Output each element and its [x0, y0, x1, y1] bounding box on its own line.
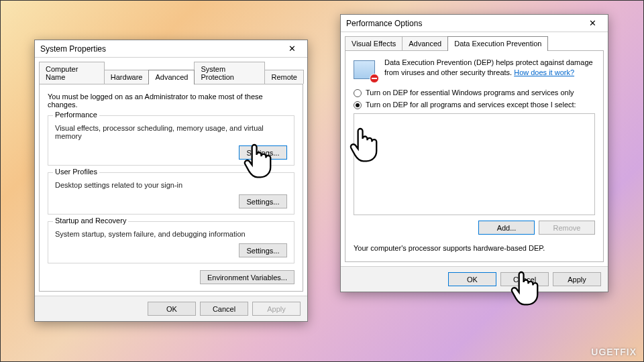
- dep-exception-list[interactable]: [354, 113, 595, 215]
- startup-recovery-settings-button[interactable]: Settings...: [239, 243, 287, 257]
- group-legend: Performance: [53, 111, 99, 119]
- admin-intro-text: You must be logged on as an Administrato…: [48, 93, 294, 109]
- tabstrip: Computer Name Hardware Advanced System P…: [35, 58, 307, 84]
- dep-radio-essential[interactable]: Turn on DEP for essential Windows progra…: [354, 88, 595, 97]
- dep-radio-all[interactable]: Turn on DEP for all programs and service…: [354, 101, 595, 109]
- apply-button[interactable]: Apply: [252, 302, 301, 316]
- dep-shield-icon: [354, 58, 378, 82]
- remove-button[interactable]: Remove: [539, 221, 595, 235]
- radio-icon: [354, 101, 362, 109]
- tab-content-advanced: You must be logged on as an Administrato…: [39, 84, 303, 292]
- tabstrip: Visual Effects Advanced Data Execution P…: [341, 32, 608, 50]
- group-legend: Startup and Recovery: [53, 217, 128, 225]
- dep-status-text: Your computer's processor supports hardw…: [354, 244, 595, 252]
- tab-dep[interactable]: Data Execution Prevention: [447, 36, 548, 51]
- tab-computer-name[interactable]: Computer Name: [39, 62, 105, 84]
- tab-hardware[interactable]: Hardware: [104, 70, 150, 84]
- radio-icon: [354, 89, 362, 97]
- performance-options-window: Performance Options ✕ Visual Effects Adv…: [340, 14, 608, 292]
- performance-group: Performance Visual effects, processor sc…: [48, 115, 294, 166]
- dialog-buttons: OK Cancel Apply: [341, 266, 608, 292]
- ok-button[interactable]: OK: [448, 272, 496, 286]
- performance-settings-button[interactable]: Settings...: [239, 145, 287, 160]
- environment-variables-button[interactable]: Environment Variables...: [200, 270, 294, 284]
- radio-label: Turn on DEP for all programs and service…: [366, 101, 576, 109]
- radio-label: Turn on DEP for essential Windows progra…: [366, 88, 574, 97]
- group-legend: User Profiles: [53, 168, 99, 176]
- dep-description: Data Execution Prevention (DEP) helps pr…: [384, 58, 595, 78]
- startup-recovery-group: Startup and Recovery System startup, sys…: [48, 221, 294, 263]
- titlebar[interactable]: Performance Options ✕: [341, 15, 608, 32]
- close-icon[interactable]: ✕: [581, 17, 604, 30]
- group-desc: Desktop settings related to your sign-in: [55, 181, 287, 189]
- tab-remote[interactable]: Remote: [264, 70, 304, 84]
- tab-visual-effects[interactable]: Visual Effects: [345, 36, 402, 50]
- group-desc: Visual effects, processor scheduling, me…: [55, 124, 287, 140]
- tab-content-dep: Data Execution Prevention (DEP) helps pr…: [345, 50, 604, 262]
- user-profiles-group: User Profiles Desktop settings related t…: [48, 172, 294, 215]
- group-desc: System startup, system failure, and debu…: [55, 230, 287, 238]
- cancel-button[interactable]: Cancel: [500, 272, 549, 286]
- ok-button[interactable]: OK: [148, 302, 196, 316]
- user-profiles-settings-button[interactable]: Settings...: [239, 194, 287, 208]
- titlebar[interactable]: System Properties ✕: [35, 40, 307, 58]
- close-icon[interactable]: ✕: [280, 42, 303, 56]
- tab-advanced[interactable]: Advanced: [148, 70, 195, 84]
- watermark-text: UGETFIX: [591, 347, 637, 357]
- cancel-button[interactable]: Cancel: [200, 302, 248, 316]
- add-button[interactable]: Add...: [478, 221, 535, 235]
- dialog-buttons: OK Cancel Apply: [35, 296, 307, 321]
- tab-advanced[interactable]: Advanced: [402, 36, 448, 50]
- system-properties-window: System Properties ✕ Computer Name Hardwa…: [34, 40, 308, 322]
- window-title: System Properties: [40, 44, 106, 54]
- apply-button[interactable]: Apply: [553, 272, 601, 286]
- tab-system-protection[interactable]: System Protection: [194, 62, 265, 84]
- dep-how-link[interactable]: How does it work?: [514, 68, 574, 76]
- window-title: Performance Options: [346, 19, 422, 28]
